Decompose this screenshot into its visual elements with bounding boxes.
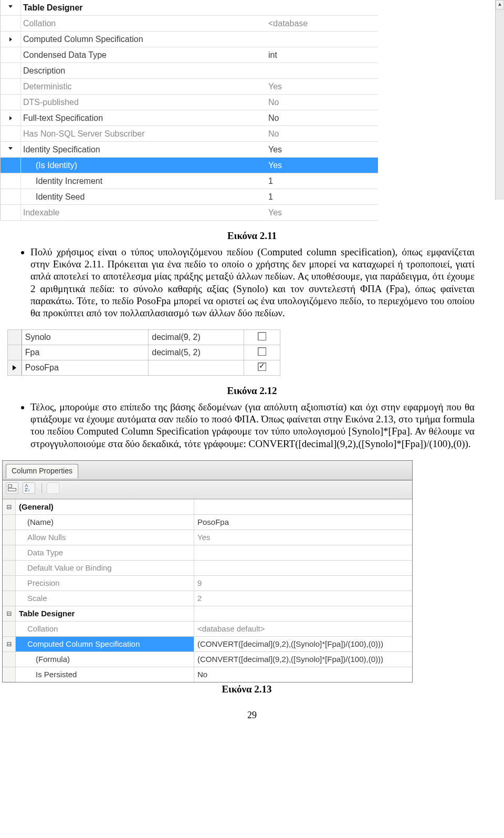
property-label: Collation: [21, 16, 268, 32]
allow-nulls-cell[interactable]: [244, 330, 280, 345]
property-value[interactable]: [194, 499, 413, 514]
property-label: (Is Identity): [21, 158, 268, 173]
expand-cell[interactable]: ⊟: [3, 606, 16, 621]
property-value[interactable]: No: [267, 126, 378, 142]
property-row[interactable]: ⊟Computed Column Specification(CONVERT([…: [3, 636, 412, 651]
expand-cell[interactable]: [3, 591, 16, 606]
property-value[interactable]: No: [267, 110, 378, 126]
expand-open-icon[interactable]: [8, 147, 13, 152]
property-value[interactable]: Yes: [194, 530, 413, 545]
property-value[interactable]: (CONVERT([decimal](9,2),([Synolo]*[Fpa])…: [194, 651, 413, 667]
property-value[interactable]: Yes: [267, 79, 378, 95]
property-value[interactable]: Yes: [267, 142, 378, 158]
property-value[interactable]: PosoFpa: [194, 514, 413, 530]
property-label: Indexable: [21, 205, 268, 221]
property-row[interactable]: Full-text SpecificationNo: [1, 110, 379, 126]
property-row[interactable]: Allow NullsYes: [3, 530, 412, 545]
checkbox-icon[interactable]: [258, 332, 266, 340]
expand-right-icon[interactable]: [9, 116, 12, 120]
property-value[interactable]: 9: [194, 575, 413, 591]
property-row[interactable]: Scale2: [3, 591, 412, 606]
property-row[interactable]: Is PersistedNo: [3, 667, 412, 682]
property-row[interactable]: Default Value or Binding: [3, 560, 412, 575]
property-value[interactable]: Yes: [267, 158, 378, 173]
expand-cell[interactable]: ⊟: [3, 499, 16, 514]
property-value[interactable]: <database: [267, 16, 378, 32]
property-row[interactable]: Table Designer: [1, 0, 379, 16]
property-value[interactable]: (CONVERT([decimal](9,2),([Synolo]*[Fpa])…: [194, 636, 413, 651]
expand-cell[interactable]: [3, 514, 16, 530]
property-row[interactable]: DeterministicYes: [1, 79, 379, 95]
expand-cell[interactable]: [3, 621, 16, 636]
property-row[interactable]: Precision9: [3, 575, 412, 591]
property-row[interactable]: Identity Seed1: [1, 189, 379, 205]
property-value[interactable]: 1: [267, 189, 378, 205]
property-row[interactable]: (Formula)(CONVERT([decimal](9,2),([Synol…: [3, 651, 412, 667]
property-row[interactable]: (Is Identity)Yes: [1, 158, 379, 173]
row-header[interactable]: [8, 330, 22, 345]
property-value[interactable]: Yes: [267, 205, 378, 221]
row-header[interactable]: [8, 360, 22, 376]
property-value[interactable]: [194, 545, 413, 560]
property-label: Precision: [16, 575, 194, 591]
property-label: (General): [16, 499, 194, 514]
property-value[interactable]: [267, 63, 378, 79]
property-value[interactable]: No: [194, 667, 413, 682]
property-row[interactable]: Collation<database: [1, 16, 379, 32]
categorized-button[interactable]: [6, 482, 18, 494]
column-name-cell[interactable]: PosoFpa: [22, 360, 148, 376]
property-row[interactable]: Identity Increment1: [1, 173, 379, 189]
tab-column-properties[interactable]: Column Properties: [6, 464, 78, 478]
expand-right-icon[interactable]: [9, 37, 12, 42]
property-label: (Name): [16, 514, 194, 530]
property-value[interactable]: int: [267, 47, 378, 63]
checkbox-icon[interactable]: [258, 347, 266, 356]
property-row[interactable]: Computed Column Specification: [1, 32, 379, 47]
property-value[interactable]: [267, 0, 378, 16]
property-value[interactable]: 2: [194, 591, 413, 606]
property-pages-button[interactable]: [47, 482, 59, 494]
expand-cell[interactable]: [3, 651, 16, 667]
expand-open-icon[interactable]: [8, 5, 13, 10]
expand-cell[interactable]: [3, 667, 16, 682]
property-row[interactable]: (Name)PosoFpa: [3, 514, 412, 530]
property-value[interactable]: <database default>: [194, 621, 413, 636]
property-row[interactable]: IndexableYes: [1, 205, 379, 221]
property-value[interactable]: [194, 606, 413, 621]
property-value[interactable]: [194, 560, 413, 575]
sort-az-button[interactable]: [23, 482, 35, 494]
property-label: Is Persisted: [16, 667, 194, 682]
allow-nulls-cell[interactable]: [244, 345, 280, 360]
property-row[interactable]: Collation<database default>: [3, 621, 412, 636]
expand-cell[interactable]: [3, 545, 16, 560]
allow-nulls-cell[interactable]: [244, 360, 280, 376]
grid-row[interactable]: Fpadecimal(5, 2): [8, 345, 280, 360]
checkbox-icon[interactable]: [258, 363, 266, 371]
grid-row[interactable]: Synolodecimal(9, 2): [8, 330, 280, 345]
property-row[interactable]: Data Type: [3, 545, 412, 560]
row-header[interactable]: [8, 345, 22, 360]
property-row[interactable]: Identity SpecificationYes: [1, 142, 379, 158]
scroll-up-button[interactable]: ▲: [496, 0, 504, 9]
expand-cell[interactable]: [3, 575, 16, 591]
grid-row[interactable]: PosoFpa: [8, 360, 280, 376]
column-name-cell[interactable]: Synolo: [22, 330, 148, 345]
property-row[interactable]: Description: [1, 63, 379, 79]
expand-cell[interactable]: [3, 530, 16, 545]
property-label: DTS-published: [21, 95, 268, 110]
property-row[interactable]: DTS-publishedNo: [1, 95, 379, 110]
column-type-cell[interactable]: decimal(5, 2): [149, 345, 244, 360]
property-row[interactable]: Condensed Data Typeint: [1, 47, 379, 63]
column-name-cell[interactable]: Fpa: [22, 345, 148, 360]
column-type-cell[interactable]: [149, 360, 244, 376]
scrollbar[interactable]: ▲: [495, 0, 504, 200]
expand-cell[interactable]: ⊟: [3, 636, 16, 651]
property-value[interactable]: 1: [267, 173, 378, 189]
property-value[interactable]: No: [267, 95, 378, 110]
property-row[interactable]: ⊟(General): [3, 499, 412, 514]
property-value[interactable]: [267, 32, 378, 47]
expand-cell[interactable]: [3, 560, 16, 575]
column-type-cell[interactable]: decimal(9, 2): [149, 330, 244, 345]
property-row[interactable]: ⊟Table Designer: [3, 606, 412, 621]
property-row[interactable]: Has Non-SQL Server SubscriberNo: [1, 126, 379, 142]
